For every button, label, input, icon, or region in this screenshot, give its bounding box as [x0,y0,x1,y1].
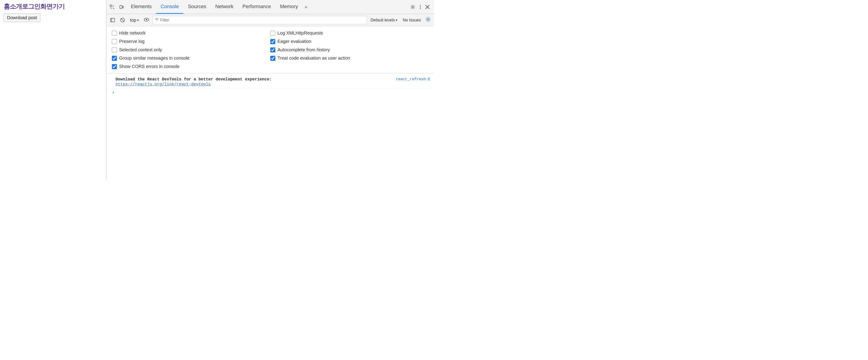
preserve-log-checkbox[interactable] [112,39,117,44]
default-levels-button[interactable]: Default levels ▾ [368,17,400,24]
tab-memory[interactable]: Memory [276,0,303,14]
console-output-area: react_refresh:E Download the React DevTo… [106,73,434,180]
devtools-panel: Elements Console Sources Network Perform… [106,0,434,180]
inspect-element-icon-button[interactable] [107,3,117,11]
clear-console-button[interactable] [118,16,127,24]
settings-left-column: Hide network Preserve log Selected conte… [112,30,270,70]
treat-code-checkbox[interactable] [270,56,275,61]
svg-point-8 [420,6,421,7]
svg-rect-0 [110,5,112,7]
show-cors-checkbox[interactable] [112,64,117,69]
devtools-tab-bar: Elements Console Sources Network Perform… [106,0,434,14]
settings-right-column: Log XMLHttpRequests Eager evaluation Aut… [270,30,429,70]
react-devtools-link[interactable]: https://reactjs.org/link/react-devtools [116,82,272,87]
settings-gear-button[interactable] [408,3,417,11]
devtools-top-right [408,3,433,11]
autocomplete-history-checkbox-row[interactable]: Autocomplete from history [270,47,429,53]
more-options-button[interactable] [418,3,423,11]
log-xmlhttp-checkbox-row[interactable]: Log XMLHttpRequests [270,30,429,36]
hide-network-checkbox-row[interactable]: Hide network [112,30,270,36]
device-toolbar-icon-button[interactable] [117,3,126,11]
tab-performance[interactable]: Performance [238,0,276,14]
show-cors-checkbox-row[interactable]: Show CORS errors in console [112,63,270,70]
svg-point-17 [146,19,147,20]
svg-line-15 [121,19,124,22]
tab-console[interactable]: Console [156,0,184,14]
eager-eval-checkbox-row[interactable]: Eager evaluation [270,38,429,44]
selected-context-checkbox-row[interactable]: Selected context only [112,47,270,53]
webpage-title-link[interactable]: 홈소개로그인화면가기 [4,2,102,11]
filter-bar [152,16,367,24]
live-expression-button[interactable] [142,16,151,24]
source-link[interactable]: react_refresh:E [396,77,430,81]
log-xmlhttp-checkbox[interactable] [270,31,275,36]
no-issues-label: No Issues [401,18,423,23]
eager-eval-checkbox[interactable] [270,39,275,44]
group-similar-checkbox-row[interactable]: Group similar messages in console [112,55,270,61]
console-text-block: Download the React DevTools for a better… [116,77,272,87]
svg-rect-12 [111,18,115,22]
tab-network[interactable]: Network [211,0,238,14]
tab-more-button[interactable]: » [303,4,309,9]
console-message-text: Download the React DevTools for a better… [116,77,272,81]
sidebar-toggle-button[interactable] [108,16,117,24]
svg-rect-4 [120,5,122,8]
console-settings-button[interactable] [424,16,432,24]
tab-sources[interactable]: Sources [183,0,211,14]
autocomplete-history-checkbox[interactable] [270,47,275,53]
tab-elements[interactable]: Elements [126,0,156,14]
svg-rect-5 [123,6,124,8]
svg-line-3 [113,8,114,9]
svg-point-18 [428,19,429,20]
close-devtools-button[interactable] [424,4,431,10]
filter-input[interactable] [160,18,364,23]
treat-code-checkbox-row[interactable]: Treat code evaluation as user action [270,55,429,61]
webpage-panel: 홈소개로그인화면가기 Download post [0,0,106,180]
console-prompt-row[interactable]: › [106,89,434,97]
filter-icon [155,18,159,23]
svg-point-7 [420,5,421,6]
console-toolbar: top ▾ Default levels ▾ No Issues [106,14,434,26]
context-selector-button[interactable]: top ▾ [128,17,141,24]
svg-point-9 [420,8,421,9]
svg-point-6 [412,6,413,8]
console-devtools-message: react_refresh:E Download the React DevTo… [106,75,434,89]
selected-context-checkbox[interactable] [112,47,117,53]
hide-network-checkbox[interactable] [112,31,117,36]
group-similar-checkbox[interactable] [112,56,117,61]
download-post-button[interactable]: Download post [4,13,40,22]
preserve-log-checkbox-row[interactable]: Preserve log [112,38,270,44]
console-settings-panel: Hide network Preserve log Selected conte… [106,26,434,73]
